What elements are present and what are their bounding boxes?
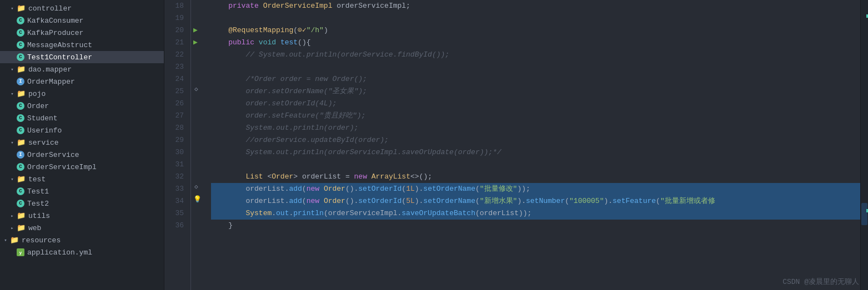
folder-icon-resources: 📁 — [10, 236, 19, 245]
scrollbar-minimap[interactable] — [860, 0, 868, 290]
expand-arrow-daomapper — [9, 66, 16, 73]
code-line-23 — [211, 61, 860, 73]
class-icon-student: C — [17, 114, 24, 122]
sidebar-item-test[interactable]: 📁 test — [0, 173, 164, 185]
sidebar-item-test1[interactable]: C Test1 — [0, 185, 164, 197]
sidebar-item-kafkaproducer[interactable]: C KafkaProducer — [0, 27, 164, 39]
sidebar-label-daomapper: dao.mapper — [28, 65, 72, 74]
code-line-30: System.out.println(orderServiceImpl.save… — [211, 146, 860, 159]
code-line-28: System.out.println(order); — [211, 122, 860, 134]
sidebar-label-test2: Test2 — [27, 200, 49, 208]
gutter-marker-line30: ◇ — [194, 183, 198, 190]
code-editor[interactable]: 18 19 20 21 22 23 24 25 26 27 28 29 30 3… — [164, 0, 868, 290]
code-line-26: order.setOrderId(4L); — [211, 98, 860, 110]
sidebar-label-ordermapper: OrderMapper — [27, 78, 75, 86]
sidebar-item-order[interactable]: C Order — [0, 100, 164, 112]
sidebar-label-messageabstruct: MessageAbstruct — [27, 41, 92, 49]
class-icon-test1controller: C — [17, 53, 24, 61]
interface-icon-ordermapper: I — [17, 78, 24, 85]
sidebar-item-messageabstruct[interactable]: C MessageAbstruct — [0, 39, 164, 51]
code-line-33: orderList.add(new Order().setOrderId(1L)… — [211, 183, 860, 195]
sidebar-label-test: test — [28, 175, 46, 184]
code-line-20: @RequestMapping(⊙✓"/h") — [211, 24, 860, 37]
class-icon-test1: C — [17, 187, 24, 195]
sidebar-label-applicationyml: application.yml — [27, 248, 92, 257]
sidebar-item-test1controller[interactable]: C Test1Controller — [0, 51, 164, 63]
file-tree: 📁 controller C KafkaConsumer C KafkaProd… — [0, 0, 164, 290]
sidebar-item-orderservice[interactable]: I OrderService — [0, 149, 164, 161]
sidebar-item-service[interactable]: 📁 service — [0, 136, 164, 149]
code-line-19 — [211, 12, 860, 24]
folder-icon-web: 📁 — [17, 223, 26, 232]
sidebar-label-utils: utils — [28, 212, 50, 220]
sidebar-item-ordermapper[interactable]: I OrderMapper — [0, 75, 164, 88]
run-icon-line21: ▶ — [193, 37, 198, 49]
code-line-35: System.out.println(orderServiceImpl.save… — [211, 207, 860, 220]
class-icon-userinfo: C — [17, 126, 24, 134]
class-icon-order: C — [17, 102, 24, 110]
sidebar-item-applicationyml[interactable]: y application.yml — [0, 246, 164, 258]
sidebar-label-web: web — [28, 224, 41, 232]
folder-icon-utils: 📁 — [17, 211, 26, 220]
folder-icon-pojo: 📁 — [17, 89, 26, 98]
sidebar-item-test2[interactable]: C Test2 — [0, 197, 164, 210]
code-line-29: //orderService.updateById(order); — [211, 134, 860, 146]
sidebar-item-resources[interactable]: 📁 resources — [0, 234, 164, 246]
class-icon-orderserviceimpl: C — [17, 163, 24, 171]
expand-arrow-resources — [2, 237, 9, 243]
class-icon-test2: C — [17, 200, 24, 207]
sidebar-item-web[interactable]: 📁 web — [0, 222, 164, 234]
code-line-27: order.setFeature("贵且好吃"); — [211, 110, 860, 122]
sidebar-item-daomapper[interactable]: 📁 dao.mapper — [0, 63, 164, 75]
warning-icon-line35: 💡 — [193, 195, 202, 203]
sidebar-label-test1controller: Test1Controller — [27, 53, 92, 62]
sidebar-label-test1: Test1 — [27, 187, 49, 196]
code-line-25: order.setOrderName("圣女果"); — [211, 85, 860, 98]
sidebar-label-order: Order — [27, 102, 49, 110]
folder-icon-test: 📁 — [17, 175, 26, 184]
expand-arrow-controller — [9, 5, 16, 12]
folder-icon-controller: 📁 — [17, 4, 26, 13]
expand-arrow-test — [9, 176, 16, 182]
code-line-36: } — [211, 220, 860, 232]
run-icon-line20: ▶ — [193, 24, 198, 37]
yaml-icon-application: y — [17, 248, 24, 256]
sidebar-label-service: service — [28, 139, 59, 147]
sidebar-item-utils[interactable]: 📁 utils — [0, 210, 164, 222]
sidebar-label-orderservice: OrderService — [27, 151, 79, 159]
interface-icon-orderservice: I — [17, 151, 24, 159]
sidebar-label-kafkaproducer: KafkaProducer — [27, 29, 83, 37]
class-icon-messageabstruct: C — [17, 41, 24, 49]
code-line-34: orderList.add(new Order().setOrderId(5L)… — [211, 195, 860, 207]
code-content[interactable]: private OrderServiceImpl orderServiceImp… — [207, 0, 860, 290]
editor-gutter: ▶ ▶ ◇ ◇ 💡 — [191, 0, 207, 290]
code-line-22: // System.out.println(orderService.findB… — [211, 49, 860, 61]
sidebar-label-controller: controller — [28, 4, 72, 13]
class-icon-kafkaproducer: C — [17, 29, 24, 37]
watermark-text: CSDN @凌晨里的无聊人 — [782, 277, 859, 287]
code-line-31 — [211, 159, 860, 171]
expand-arrow-web — [9, 225, 16, 231]
code-line-18: private OrderServiceImpl orderServiceImp… — [211, 0, 860, 12]
sidebar-item-student[interactable]: C Student — [0, 112, 164, 124]
folder-icon-daomapper: 📁 — [17, 65, 26, 74]
sidebar-label-userinfo: Userinfo — [27, 126, 62, 135]
code-line-32: List <Order> orderList = new ArrayList<>… — [211, 171, 860, 183]
sidebar-item-userinfo[interactable]: C Userinfo — [0, 124, 164, 136]
expand-arrow-service — [9, 139, 16, 146]
sidebar-item-controller[interactable]: 📁 controller — [0, 2, 164, 14]
sidebar-item-pojo[interactable]: 📁 pojo — [0, 88, 164, 100]
sidebar-label-student: Student — [27, 114, 58, 123]
code-line-21: public void test(){ — [211, 37, 860, 49]
line-numbers: 18 19 20 21 22 23 24 25 26 27 28 29 30 3… — [164, 0, 191, 290]
sidebar-item-kafkaconsumer[interactable]: C KafkaConsumer — [0, 14, 164, 27]
expand-arrow-utils — [9, 212, 16, 219]
folder-icon-service: 📁 — [17, 138, 26, 147]
code-line-24: /*Order order = new Order(); — [211, 73, 860, 85]
gutter-marker-line24: ◇ — [194, 85, 198, 93]
sidebar-label-kafkaconsumer: KafkaConsumer — [27, 17, 83, 25]
sidebar-label-orderserviceimpl: OrderServiceImpl — [27, 163, 97, 171]
scroll-selection-indicator — [861, 203, 867, 225]
sidebar-label-resources: resources — [22, 236, 61, 245]
sidebar-item-orderserviceimpl[interactable]: C OrderServiceImpl — [0, 161, 164, 173]
